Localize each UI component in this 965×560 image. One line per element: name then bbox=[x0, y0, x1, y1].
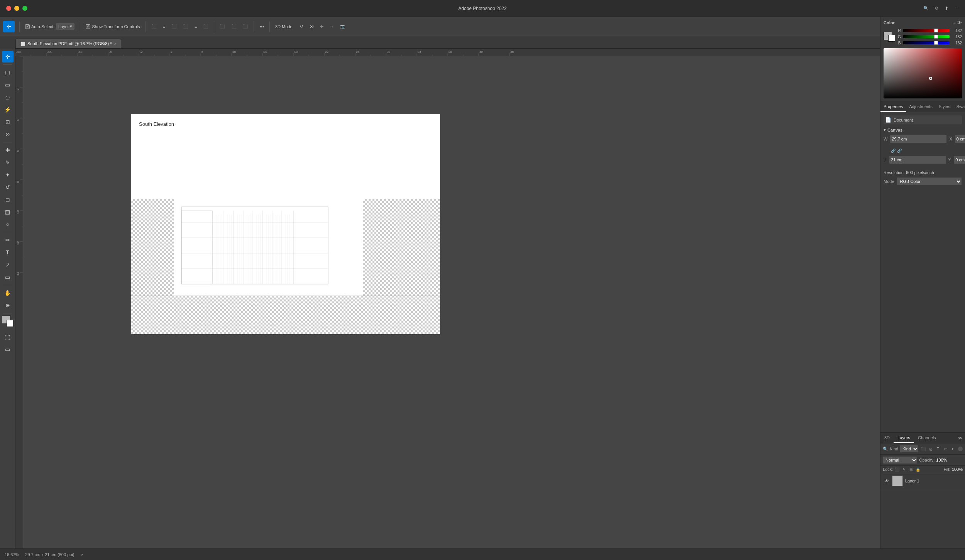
filter-shape-icon[interactable]: ▭ bbox=[942, 446, 948, 452]
auto-select-toggle[interactable]: ✓ Auto-Select: Layer ▾ bbox=[23, 22, 77, 31]
tool-eyedropper[interactable]: ⊘ bbox=[2, 129, 14, 140]
layer-visibility-toggle[interactable]: 👁 bbox=[884, 478, 890, 484]
tab-styles[interactable]: Styles bbox=[936, 102, 953, 112]
more-options-btn[interactable]: ••• bbox=[257, 23, 266, 30]
settings-icon[interactable]: ⚙ bbox=[935, 6, 939, 11]
tool-history-brush[interactable]: ↺ bbox=[2, 181, 14, 193]
tool-screen-mode[interactable]: ▭ bbox=[2, 343, 14, 355]
lock-position-icon[interactable]: ✎ bbox=[901, 467, 907, 472]
svg-text:-18: -18 bbox=[16, 50, 21, 54]
search-icon[interactable]: 🔍 bbox=[923, 6, 929, 11]
more-icon[interactable]: ⋯ bbox=[955, 6, 959, 11]
tool-quick-mask[interactable]: ⬚ bbox=[2, 331, 14, 343]
layers-panel-expand[interactable]: ≫ bbox=[955, 433, 965, 443]
lock-pixel-icon[interactable]: ⬛ bbox=[894, 467, 900, 472]
tab-adjustments[interactable]: Adjustments bbox=[906, 102, 936, 112]
tab-swatches[interactable]: Swatches bbox=[953, 102, 965, 112]
link-x-y-icon[interactable]: 🔗 bbox=[897, 148, 902, 153]
move-tool-btn[interactable]: ✛ bbox=[3, 21, 15, 32]
b-thumb[interactable] bbox=[934, 41, 938, 45]
layer-item[interactable]: 👁 Layer 1 bbox=[880, 473, 965, 489]
tool-zoom[interactable]: ⊕ bbox=[2, 299, 14, 311]
auto-select-checkbox[interactable]: ✓ bbox=[25, 24, 30, 29]
tab-close-button[interactable]: × bbox=[114, 42, 116, 46]
3d-rotate-btn[interactable]: ↺ bbox=[298, 22, 306, 30]
align-center-v-btn[interactable]: ≡ bbox=[192, 23, 199, 30]
tool-select-rect[interactable]: ▭ bbox=[2, 79, 14, 91]
r-thumb[interactable] bbox=[934, 29, 938, 32]
3d-slide-btn[interactable]: ↔ bbox=[327, 23, 336, 30]
tab-channels[interactable]: Channels bbox=[914, 433, 940, 443]
canvas-middle bbox=[131, 199, 440, 299]
maximize-button[interactable] bbox=[22, 6, 27, 11]
r-slider[interactable] bbox=[903, 29, 950, 32]
share-icon[interactable]: ⬆ bbox=[945, 6, 948, 11]
filter-smart-icon[interactable]: ✦ bbox=[950, 446, 956, 452]
color-panel-collapse[interactable]: ≡ bbox=[953, 20, 956, 25]
close-button[interactable] bbox=[6, 6, 11, 11]
fg-bg-swatch[interactable] bbox=[884, 32, 895, 42]
3d-camera-btn[interactable]: 📷 bbox=[338, 22, 348, 30]
tool-brush[interactable]: ✎ bbox=[2, 157, 14, 168]
color-gradient-picker[interactable] bbox=[884, 48, 962, 98]
tool-hand[interactable]: ✋ bbox=[2, 287, 14, 299]
align-top-btn[interactable]: ⬛ bbox=[181, 22, 191, 30]
filter-type-icon[interactable]: T bbox=[935, 446, 941, 452]
transform-controls-toggle[interactable]: ✓ Show Transform Controls bbox=[83, 23, 142, 30]
align-center-h-btn[interactable]: ≡ bbox=[161, 23, 168, 30]
mode-select[interactable]: RGB Color bbox=[897, 177, 962, 186]
tool-type[interactable]: T bbox=[2, 247, 14, 258]
distribute-v-btn[interactable]: ⬛ bbox=[229, 22, 239, 30]
tool-magic-wand[interactable]: ⚡ bbox=[2, 104, 14, 115]
tool-move[interactable]: ✛ bbox=[2, 51, 14, 63]
3d-zoom-btn[interactable]: ⦿ bbox=[307, 23, 316, 30]
canvas-h-input[interactable] bbox=[889, 156, 946, 164]
filter-pixel-icon[interactable]: ⬛ bbox=[920, 446, 926, 452]
filter-toggle[interactable] bbox=[958, 447, 963, 451]
align-left-btn[interactable]: ⬛ bbox=[149, 22, 159, 30]
lock-artboard-icon[interactable]: ⊞ bbox=[908, 467, 914, 472]
tab-layers[interactable]: Layers bbox=[894, 433, 914, 443]
filter-kind-select[interactable]: Kind bbox=[900, 445, 919, 453]
background-swatch[interactable] bbox=[888, 35, 895, 42]
document-tab[interactable]: ⬜ South Elevation PDF.pdf @ 16.7% (RGB/8… bbox=[15, 39, 121, 48]
align-bottom-btn[interactable]: ⬛ bbox=[201, 22, 211, 30]
tool-crop[interactable]: ⊡ bbox=[2, 116, 14, 128]
tool-lasso[interactable]: ◌ bbox=[2, 91, 14, 103]
blend-mode-select[interactable]: Normal bbox=[883, 456, 918, 464]
tool-artboard[interactable]: ⬚ bbox=[2, 67, 14, 78]
3d-pan-btn[interactable]: ✛ bbox=[318, 22, 326, 30]
arrow-status[interactable]: > bbox=[80, 552, 83, 557]
g-slider[interactable] bbox=[903, 35, 950, 38]
distribute-h-btn[interactable]: ⬛ bbox=[217, 22, 227, 30]
foreground-color[interactable] bbox=[2, 315, 14, 327]
distribute-other-btn[interactable]: ⬛ bbox=[240, 22, 251, 30]
canvas-w-input[interactable] bbox=[890, 135, 947, 143]
align-right-btn[interactable]: ⬛ bbox=[169, 22, 179, 30]
canvas-section-header[interactable]: ▾ Canvas bbox=[884, 127, 962, 132]
tool-eraser[interactable]: ◻ bbox=[2, 194, 14, 205]
filter-adjust-icon[interactable]: ◎ bbox=[928, 446, 934, 452]
opacity-value[interactable]: 100% bbox=[936, 458, 947, 462]
color-panel-more[interactable]: ≫ bbox=[957, 20, 962, 25]
tool-dodge[interactable]: ○ bbox=[2, 218, 14, 230]
b-slider[interactable] bbox=[903, 41, 950, 44]
tab-properties[interactable]: Properties bbox=[880, 102, 906, 112]
tool-gradient[interactable]: ▨ bbox=[2, 206, 14, 218]
canvas-x-input[interactable] bbox=[955, 135, 965, 143]
tool-path-select[interactable]: ↗ bbox=[2, 259, 14, 271]
tab-3d[interactable]: 3D bbox=[880, 433, 894, 443]
tool-clone[interactable]: ✦ bbox=[2, 169, 14, 181]
svg-text:6: 6 bbox=[201, 50, 203, 54]
layer-dropdown[interactable]: Layer ▾ bbox=[56, 23, 75, 30]
tool-healing[interactable]: ✚ bbox=[2, 144, 14, 156]
transform-checkbox[interactable]: ✓ bbox=[86, 24, 90, 29]
link-w-h-icon[interactable]: 🔗 bbox=[891, 148, 896, 153]
tool-pen[interactable]: ✏ bbox=[2, 234, 14, 246]
tool-shape[interactable]: ▭ bbox=[2, 271, 14, 283]
fill-value[interactable]: 100% bbox=[952, 467, 963, 472]
minimize-button[interactable] bbox=[14, 6, 19, 11]
lock-all-icon[interactable]: 🔒 bbox=[915, 467, 921, 472]
canvas-y-input[interactable] bbox=[953, 156, 965, 164]
g-thumb[interactable] bbox=[934, 35, 938, 39]
